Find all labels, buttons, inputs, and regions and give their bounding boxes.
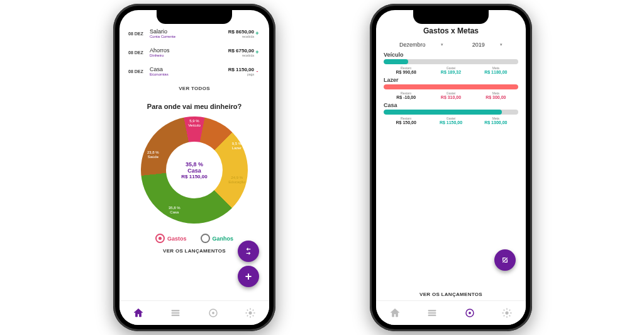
home-icon	[133, 307, 144, 319]
year-selector[interactable]: 2019 ▾	[472, 42, 502, 48]
tabbar	[119, 300, 269, 325]
tx-status: recebida	[228, 54, 254, 57]
donut-center-value: R$ 1150,00	[166, 174, 223, 179]
chevron-down-icon: ▾	[500, 42, 502, 47]
plus-icon: +	[245, 270, 252, 283]
tab-target[interactable]	[464, 307, 475, 319]
goal-progress-fill	[384, 59, 408, 64]
goal-progress-bar	[384, 84, 518, 89]
notch	[157, 10, 232, 24]
gear-icon	[245, 307, 256, 319]
svg-point-1	[212, 312, 214, 314]
phone-frame-left: 08 DEZ Salario Conta Corrente R$ 8650,00…	[113, 4, 275, 331]
svg-point-2	[249, 312, 252, 315]
tabbar	[376, 300, 526, 325]
goal-progress-fill	[384, 110, 502, 115]
goal-block[interactable]: Veículo RestamR$ 990,68 GasteiR$ 189,32 …	[376, 50, 526, 76]
plus-icon: +	[254, 49, 260, 55]
donut-chart[interactable]: 35,8 % Casa R$ 1150,00 5,9 %Veículo 9,5 …	[119, 113, 269, 239]
tx-status: paga	[228, 72, 254, 76]
swap-diag-icon	[500, 255, 510, 265]
donut-center: 35,8 % Casa R$ 1150,00	[166, 142, 223, 198]
slice-label-educacao: 24,9 %Educação	[228, 176, 245, 184]
section-title: Para onde vai meu dinheiro?	[119, 103, 269, 110]
tab-settings[interactable]	[501, 307, 513, 319]
target-icon	[464, 307, 475, 319]
plus-icon: +	[254, 30, 260, 37]
tx-amount: R$ 1150,00	[228, 67, 254, 72]
tab-target[interactable]	[208, 307, 219, 319]
list-icon	[426, 307, 438, 319]
svg-point-5	[506, 312, 509, 315]
goal-block[interactable]: Casa RestamR$ 150,00 GasteiR$ 1150,00 Me…	[376, 101, 526, 126]
goal-block[interactable]: Lazer RestamR$ -10,00 GasteiR$ 310,00 Me…	[376, 76, 526, 101]
tx-title: Ahorros	[150, 47, 228, 54]
tx-title: Casa	[150, 66, 228, 72]
goal-progress-bar	[384, 59, 518, 64]
slice-label-saude: 23,8 %Saúde	[147, 150, 159, 159]
swap-fab[interactable]	[238, 241, 259, 262]
transaction-row[interactable]: 08 DEZ Ahorros Dinheiro R$ 6750,00 receb…	[128, 43, 260, 62]
list-icon	[170, 307, 181, 319]
tab-list[interactable]	[426, 307, 438, 319]
swap-icon	[243, 246, 253, 256]
slice-label-veiculo: 5,9 %Veículo	[188, 119, 201, 127]
tx-amount: R$ 8650,00	[228, 29, 254, 35]
goal-progress-fill	[384, 84, 518, 89]
tab-list[interactable]	[170, 307, 181, 319]
tab-home[interactable]	[389, 307, 401, 319]
screen-right: Gastos x Metas Dezembro ▾ 2019 ▾ Veículo	[376, 10, 526, 325]
transaction-row[interactable]: 08 DEZ Salario Conta Corrente R$ 8650,00…	[128, 24, 260, 43]
tx-date: 08 DEZ	[128, 69, 150, 74]
goal-progress-bar	[384, 110, 518, 115]
tx-title: Salario	[150, 28, 228, 35]
see-launch-button[interactable]: VER OS LANÇAMENTOS	[376, 292, 526, 297]
month-value: Dezembro	[399, 42, 426, 48]
gear-icon	[501, 307, 513, 319]
add-fab[interactable]: +	[238, 266, 259, 287]
tx-date: 08 DEZ	[128, 31, 150, 36]
slice-label-casa: 35,8 %Casa	[169, 206, 180, 214]
see-all-button[interactable]: VER TODOS	[119, 81, 269, 96]
svg-point-4	[469, 312, 470, 314]
home-icon	[389, 307, 401, 319]
transaction-row[interactable]: 08 DEZ Casa Economias R$ 1150,00 paga -	[128, 62, 260, 81]
tx-date: 08 DEZ	[128, 50, 150, 55]
tx-status: recebida	[228, 35, 254, 38]
phone-frame-right: Gastos x Metas Dezembro ▾ 2019 ▾ Veículo	[370, 4, 532, 331]
tx-amount: R$ 6750,00	[228, 48, 254, 54]
month-selector[interactable]: Dezembro ▾	[399, 42, 443, 48]
target-icon	[208, 307, 219, 319]
minus-icon: -	[254, 68, 260, 74]
screen-left: 08 DEZ Salario Conta Corrente R$ 8650,00…	[119, 10, 269, 325]
chevron-down-icon: ▾	[441, 42, 443, 47]
goal-name: Casa	[384, 102, 518, 108]
tab-settings[interactable]	[245, 307, 256, 319]
tx-subtitle: Conta Corrente	[150, 35, 228, 38]
goal-name: Veículo	[384, 52, 518, 58]
donut-center-pct: 35,8 %	[166, 161, 223, 168]
goal-name: Lazer	[384, 77, 518, 83]
donut-center-label: Casa	[166, 168, 223, 174]
year-value: 2019	[472, 42, 485, 48]
notch	[413, 10, 489, 24]
tx-subtitle: Economias	[150, 72, 228, 76]
swap-fab[interactable]	[494, 249, 516, 271]
tab-home[interactable]	[133, 307, 144, 319]
period-selectors: Dezembro ▾ 2019 ▾	[376, 35, 526, 50]
tx-subtitle: Dinheiro	[150, 54, 228, 57]
page-title: Gastos x Metas	[376, 26, 526, 35]
slice-label-lazer: 9,5 %Lazer	[232, 142, 242, 150]
